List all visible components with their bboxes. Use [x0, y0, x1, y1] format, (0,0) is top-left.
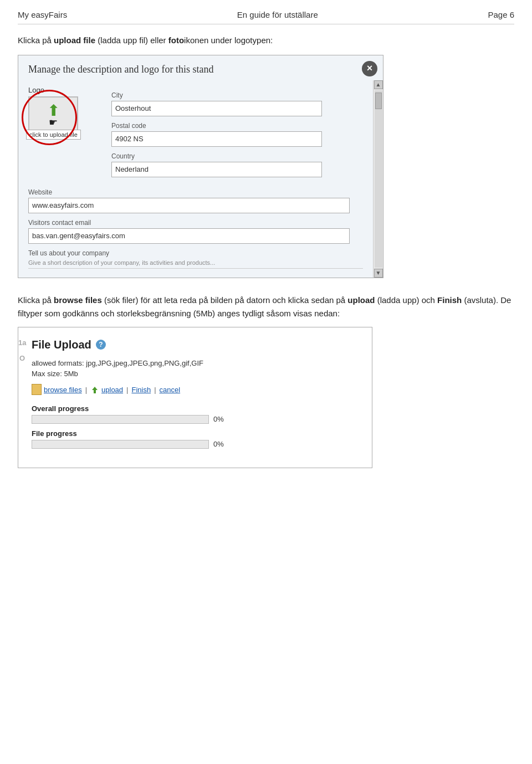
- help-icon[interactable]: ?: [96, 340, 106, 350]
- email-field-group: Visitors contact email: [28, 219, 363, 244]
- file-upload-formats: allowed formats: jpg,JPG,jpeg,JPEG,png,P…: [32, 359, 359, 367]
- svg-marker-0: [92, 387, 98, 393]
- page-header: My easyFairs En guide för utställare Pag…: [18, 10, 514, 24]
- modal-close-button[interactable]: ×: [362, 61, 377, 76]
- modal-header: Manage the description and logo for this…: [18, 55, 383, 80]
- file-progress-bar-bg: [32, 440, 209, 449]
- country-field-group: Country: [111, 152, 363, 177]
- city-input[interactable]: [111, 101, 322, 116]
- logo-section: Logo ⬆ ☛ click to upload file City: [28, 86, 363, 183]
- progress-section: Overall progress 0% File progress 0%: [32, 404, 359, 449]
- upload-caption[interactable]: click to upload file: [26, 130, 81, 140]
- modal-title: Manage the description and logo for this…: [28, 63, 339, 76]
- cancel-link[interactable]: cancel: [160, 386, 181, 394]
- tell-us-hint: Give a short description of your company…: [28, 259, 363, 269]
- scrollbar-thumb[interactable]: [375, 93, 382, 109]
- file-upload-actions: browse files | upload | Finish | cancel: [32, 384, 359, 396]
- email-label: Visitors contact email: [28, 219, 363, 227]
- overall-progress-bar-bg: [32, 415, 209, 424]
- modal-content: Logo ⬆ ☛ click to upload file City: [18, 80, 373, 278]
- browse-files-link[interactable]: browse files: [44, 386, 82, 394]
- header-page-number: Page 6: [488, 10, 514, 19]
- scrollbar-up-button[interactable]: ▲: [374, 80, 383, 89]
- website-field-group: Website: [28, 188, 363, 213]
- modal-dialog: Manage the description and logo for this…: [18, 55, 383, 278]
- left-partial-text2: O: [19, 354, 25, 362]
- logo-box: Logo ⬆ ☛ click to upload file: [28, 86, 95, 135]
- postal-label: Postal code: [111, 122, 363, 130]
- website-input[interactable]: [28, 198, 350, 213]
- file-progress-pct: 0%: [213, 440, 224, 448]
- separator-3: |: [154, 386, 156, 394]
- tell-us-label: Tell us about your company: [28, 249, 363, 257]
- file-progress-bar-row: 0%: [32, 440, 359, 449]
- country-input[interactable]: [111, 162, 322, 177]
- upload-link[interactable]: upload: [101, 386, 123, 394]
- file-upload-container: 1a O File Upload ? allowed formats: jpg,…: [18, 327, 372, 468]
- left-partial-text: 1a: [18, 339, 26, 347]
- city-label: City: [111, 91, 363, 99]
- logo-label: Logo: [28, 86, 44, 94]
- overall-progress-bar-row: 0%: [32, 415, 359, 424]
- separator-1: |: [85, 386, 87, 394]
- city-field-group: City: [111, 91, 363, 116]
- header-app-name: My easyFairs: [18, 10, 67, 19]
- separator-2: |: [126, 386, 128, 394]
- overall-progress-label: Overall progress: [32, 404, 359, 413]
- modal-body: Logo ⬆ ☛ click to upload file City: [18, 80, 383, 278]
- bottom-instruction: Klicka på browse files (sök filer) för a…: [18, 294, 514, 320]
- file-type-icon: [32, 384, 42, 395]
- overall-progress-pct: 0%: [213, 415, 224, 423]
- country-label: Country: [111, 152, 363, 160]
- header-guide-title: En guide för utställare: [237, 10, 318, 19]
- email-input[interactable]: [28, 228, 350, 244]
- scrollbar-track[interactable]: [375, 90, 382, 268]
- postal-input[interactable]: [111, 131, 322, 147]
- cursor-icon: ☛: [49, 116, 58, 129]
- finish-link[interactable]: Finish: [131, 386, 151, 394]
- file-progress-label: File progress: [32, 429, 359, 438]
- logo-upload-wrapper: ⬆ ☛ click to upload file: [28, 96, 78, 135]
- upload-icon: [90, 386, 99, 394]
- file-upload-maxsize: Max size: 5Mb: [32, 370, 359, 378]
- postal-field-group: Postal code: [111, 122, 363, 147]
- intro-instruction: Klicka på upload file (ladda upp fil) el…: [18, 34, 514, 47]
- website-label: Website: [28, 188, 363, 196]
- modal-scrollbar[interactable]: ▲ ▼: [373, 80, 383, 278]
- scrollbar-down-button[interactable]: ▼: [374, 269, 383, 278]
- form-fields: City Postal code Country: [111, 91, 363, 183]
- file-upload-title: File Upload ?: [32, 339, 359, 351]
